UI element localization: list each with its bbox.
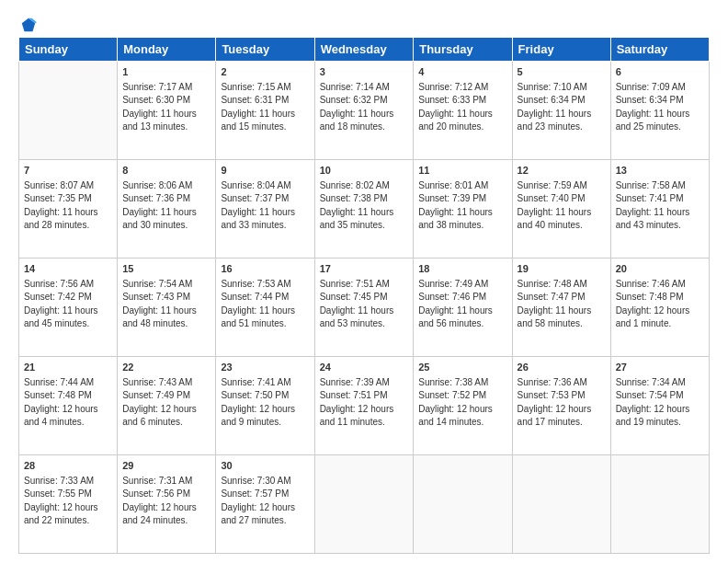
day-number: 14 xyxy=(24,262,112,277)
day-number: 22 xyxy=(122,361,210,375)
logo xyxy=(18,17,37,29)
calendar-cell: 11Sunrise: 8:01 AMSunset: 7:39 PMDayligh… xyxy=(414,160,512,259)
day-info: Sunrise: 7:49 AMSunset: 7:46 PMDaylight:… xyxy=(418,278,506,331)
calendar-cell: 10Sunrise: 8:02 AMSunset: 7:38 PMDayligh… xyxy=(314,160,414,259)
calendar-cell xyxy=(314,455,414,554)
day-info: Sunrise: 7:31 AMSunset: 7:56 PMDaylight:… xyxy=(122,475,210,528)
day-number: 8 xyxy=(122,164,210,178)
day-number: 5 xyxy=(518,65,606,80)
day-info: Sunrise: 7:56 AMSunset: 7:42 PMDaylight:… xyxy=(24,278,112,331)
calendar-cell: 28Sunrise: 7:33 AMSunset: 7:55 PMDayligh… xyxy=(19,455,118,554)
day-number: 2 xyxy=(221,65,309,80)
day-number: 11 xyxy=(418,164,506,178)
day-number: 28 xyxy=(24,459,112,474)
day-info: Sunrise: 7:46 AMSunset: 7:48 PMDaylight:… xyxy=(616,278,704,331)
calendar-cell: 24Sunrise: 7:39 AMSunset: 7:51 PMDayligh… xyxy=(314,357,414,455)
day-info: Sunrise: 8:07 AMSunset: 7:35 PMDaylight:… xyxy=(24,179,112,233)
day-info: Sunrise: 7:33 AMSunset: 7:55 PMDaylight:… xyxy=(24,475,112,528)
calendar-cell: 23Sunrise: 7:41 AMSunset: 7:50 PMDayligh… xyxy=(216,357,314,455)
calendar-week-row: 21Sunrise: 7:44 AMSunset: 7:48 PMDayligh… xyxy=(19,357,710,455)
calendar-cell: 12Sunrise: 7:59 AMSunset: 7:40 PMDayligh… xyxy=(512,160,610,259)
day-info: Sunrise: 7:39 AMSunset: 7:51 PMDaylight:… xyxy=(320,376,409,430)
day-info: Sunrise: 7:36 AMSunset: 7:53 PMDaylight:… xyxy=(518,376,606,430)
calendar-cell xyxy=(512,455,610,554)
day-number: 1 xyxy=(122,65,210,80)
calendar-cell: 9Sunrise: 8:04 AMSunset: 7:37 PMDaylight… xyxy=(216,160,314,259)
day-info: Sunrise: 7:54 AMSunset: 7:43 PMDaylight:… xyxy=(122,278,210,331)
calendar-week-row: 7Sunrise: 8:07 AMSunset: 7:35 PMDaylight… xyxy=(19,160,710,259)
day-number: 13 xyxy=(616,164,704,178)
day-info: Sunrise: 7:15 AMSunset: 6:31 PMDaylight:… xyxy=(221,81,309,134)
day-number: 15 xyxy=(122,262,210,277)
calendar-cell: 13Sunrise: 7:58 AMSunset: 7:41 PMDayligh… xyxy=(610,160,709,259)
calendar-cell: 29Sunrise: 7:31 AMSunset: 7:56 PMDayligh… xyxy=(118,455,216,554)
day-info: Sunrise: 7:14 AMSunset: 6:32 PMDaylight:… xyxy=(320,81,409,134)
calendar-week-row: 1Sunrise: 7:17 AMSunset: 6:30 PMDaylight… xyxy=(19,62,710,160)
day-info: Sunrise: 7:43 AMSunset: 7:49 PMDaylight:… xyxy=(122,376,210,430)
day-info: Sunrise: 7:30 AMSunset: 7:57 PMDaylight:… xyxy=(221,475,309,528)
day-info: Sunrise: 7:51 AMSunset: 7:45 PMDaylight:… xyxy=(320,278,409,331)
calendar-cell: 6Sunrise: 7:09 AMSunset: 6:34 PMDaylight… xyxy=(610,62,709,160)
calendar-cell: 19Sunrise: 7:48 AMSunset: 7:47 PMDayligh… xyxy=(512,259,610,357)
day-info: Sunrise: 7:10 AMSunset: 6:34 PMDaylight:… xyxy=(518,81,606,134)
calendar-cell: 3Sunrise: 7:14 AMSunset: 6:32 PMDaylight… xyxy=(314,62,414,160)
calendar-cell: 16Sunrise: 7:53 AMSunset: 7:44 PMDayligh… xyxy=(216,259,314,357)
header xyxy=(18,17,710,29)
day-number: 6 xyxy=(616,65,704,80)
day-number: 12 xyxy=(518,164,606,178)
calendar-cell xyxy=(414,455,512,554)
calendar-header-sunday: Sunday xyxy=(19,38,118,62)
day-number: 20 xyxy=(616,262,704,277)
day-number: 9 xyxy=(221,164,309,178)
day-info: Sunrise: 7:12 AMSunset: 6:33 PMDaylight:… xyxy=(418,81,506,134)
calendar-cell: 7Sunrise: 8:07 AMSunset: 7:35 PMDaylight… xyxy=(19,160,118,259)
day-info: Sunrise: 7:09 AMSunset: 6:34 PMDaylight:… xyxy=(616,81,704,134)
day-number: 26 xyxy=(518,361,606,375)
day-number: 10 xyxy=(320,164,409,178)
day-number: 24 xyxy=(320,361,409,375)
calendar-cell: 2Sunrise: 7:15 AMSunset: 6:31 PMDaylight… xyxy=(216,62,314,160)
calendar-cell: 18Sunrise: 7:49 AMSunset: 7:46 PMDayligh… xyxy=(414,259,512,357)
day-info: Sunrise: 7:17 AMSunset: 6:30 PMDaylight:… xyxy=(122,81,210,134)
day-info: Sunrise: 8:01 AMSunset: 7:39 PMDaylight:… xyxy=(418,179,506,233)
calendar-header-monday: Monday xyxy=(118,38,216,62)
day-info: Sunrise: 7:48 AMSunset: 7:47 PMDaylight:… xyxy=(518,278,606,331)
calendar-cell: 20Sunrise: 7:46 AMSunset: 7:48 PMDayligh… xyxy=(610,259,709,357)
day-info: Sunrise: 7:38 AMSunset: 7:52 PMDaylight:… xyxy=(418,376,506,430)
calendar-cell xyxy=(19,62,118,160)
calendar-cell: 5Sunrise: 7:10 AMSunset: 6:34 PMDaylight… xyxy=(512,62,610,160)
day-number: 18 xyxy=(418,262,506,277)
day-info: Sunrise: 8:02 AMSunset: 7:38 PMDaylight:… xyxy=(320,179,409,233)
day-info: Sunrise: 7:34 AMSunset: 7:54 PMDaylight:… xyxy=(616,376,704,430)
calendar-header-row: SundayMondayTuesdayWednesdayThursdayFrid… xyxy=(19,38,710,62)
day-number: 30 xyxy=(221,459,309,474)
day-number: 23 xyxy=(221,361,309,375)
day-number: 7 xyxy=(24,164,112,178)
day-number: 17 xyxy=(320,262,409,277)
day-number: 16 xyxy=(221,262,309,277)
day-number: 21 xyxy=(24,361,112,375)
calendar-header-saturday: Saturday xyxy=(610,38,709,62)
calendar-cell: 14Sunrise: 7:56 AMSunset: 7:42 PMDayligh… xyxy=(19,259,118,357)
day-info: Sunrise: 7:41 AMSunset: 7:50 PMDaylight:… xyxy=(221,376,309,430)
calendar-cell: 22Sunrise: 7:43 AMSunset: 7:49 PMDayligh… xyxy=(118,357,216,455)
logo-icon xyxy=(20,17,37,33)
calendar-header-friday: Friday xyxy=(512,38,610,62)
day-info: Sunrise: 7:59 AMSunset: 7:40 PMDaylight:… xyxy=(518,179,606,233)
calendar-cell: 4Sunrise: 7:12 AMSunset: 6:33 PMDaylight… xyxy=(414,62,512,160)
calendar: SundayMondayTuesdayWednesdayThursdayFrid… xyxy=(18,37,710,554)
calendar-cell xyxy=(610,455,709,554)
day-number: 27 xyxy=(616,361,704,375)
calendar-cell: 25Sunrise: 7:38 AMSunset: 7:52 PMDayligh… xyxy=(414,357,512,455)
calendar-week-row: 14Sunrise: 7:56 AMSunset: 7:42 PMDayligh… xyxy=(19,259,710,357)
day-number: 3 xyxy=(320,65,409,80)
day-info: Sunrise: 7:44 AMSunset: 7:48 PMDaylight:… xyxy=(24,376,112,430)
day-info: Sunrise: 8:06 AMSunset: 7:36 PMDaylight:… xyxy=(122,179,210,233)
day-info: Sunrise: 7:53 AMSunset: 7:44 PMDaylight:… xyxy=(221,278,309,331)
calendar-cell: 21Sunrise: 7:44 AMSunset: 7:48 PMDayligh… xyxy=(19,357,118,455)
page: SundayMondayTuesdayWednesdayThursdayFrid… xyxy=(0,0,728,563)
day-number: 25 xyxy=(418,361,506,375)
calendar-cell: 15Sunrise: 7:54 AMSunset: 7:43 PMDayligh… xyxy=(118,259,216,357)
calendar-cell: 8Sunrise: 8:06 AMSunset: 7:36 PMDaylight… xyxy=(118,160,216,259)
calendar-cell: 1Sunrise: 7:17 AMSunset: 6:30 PMDaylight… xyxy=(118,62,216,160)
